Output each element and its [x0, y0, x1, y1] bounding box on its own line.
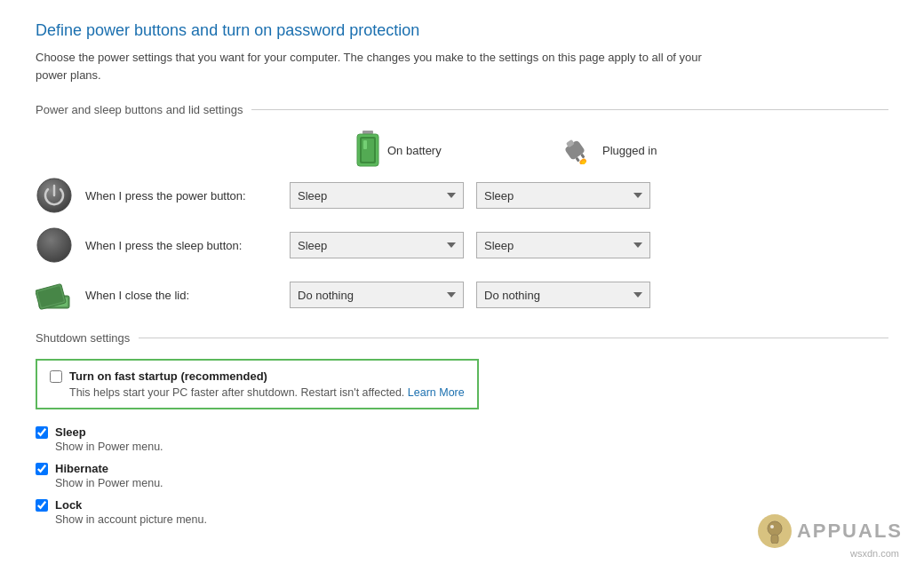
lid-dropdowns: Do nothing Sleep Hibernate Shut down Tur… [290, 282, 650, 308]
power-button-plugged-select[interactable]: Do nothing Sleep Hibernate Shut down Tur… [476, 182, 650, 209]
lid-icon [36, 276, 73, 314]
fast-startup-description: This helps start your PC faster after sh… [69, 386, 465, 399]
fast-startup-checkbox[interactable] [50, 370, 62, 383]
sleep-checkbox[interactable] [36, 426, 48, 439]
lid-battery-select[interactable]: Do nothing Sleep Hibernate Shut down Tur… [290, 282, 464, 308]
fast-startup-row: Turn on fast startup (recommended) [50, 369, 465, 383]
svg-point-13 [37, 228, 71, 262]
appuals-watermark: APPUALS [758, 514, 903, 548]
sleep-button-battery-select[interactable]: Do nothing Sleep Hibernate Shut down Tur… [290, 232, 464, 258]
sleep-checkbox-label[interactable]: Sleep [55, 425, 86, 439]
buttons-lid-section-header: Power and sleep buttons and lid settings [36, 103, 888, 116]
lid-row: When I close the lid: Do nothing Sleep H… [36, 276, 888, 314]
sleep-button-label: When I press the sleep button: [85, 239, 290, 252]
appuals-logo-icon [758, 514, 792, 548]
lock-checkbox-label[interactable]: Lock [55, 498, 82, 512]
sleep-button-dropdowns: Do nothing Sleep Hibernate Shut down Tur… [290, 232, 650, 258]
page-subtitle: Choose the power settings that you want … [36, 49, 702, 83]
battery-icon [355, 131, 380, 170]
learn-more-link[interactable]: Learn More [408, 386, 465, 399]
shutdown-section-header: Shutdown settings [36, 331, 888, 345]
appuals-text: APPUALS [797, 520, 903, 543]
hibernate-checkbox-row: Hibernate Show in Power menu. [36, 462, 888, 489]
fast-startup-box: Turn on fast startup (recommended) This … [36, 359, 479, 409]
sleep-button-icon [36, 226, 73, 264]
power-button-battery-select[interactable]: Do nothing Sleep Hibernate Shut down Tur… [290, 182, 464, 209]
power-button-dropdowns: Do nothing Sleep Hibernate Shut down Tur… [290, 182, 650, 209]
hibernate-checkbox-label[interactable]: Hibernate [55, 462, 108, 475]
page-title: Define power buttons and turn on passwor… [36, 21, 888, 40]
plugged-icon [554, 136, 595, 164]
wsxdn-watermark: wsxdn.com [850, 548, 899, 559]
lid-plugged-select[interactable]: Do nothing Sleep Hibernate Shut down Tur… [476, 282, 650, 308]
lid-label: When I close the lid: [85, 289, 290, 302]
shutdown-divider-line [139, 338, 888, 338]
hibernate-checkbox-desc: Show in Power menu. [55, 477, 888, 489]
hibernate-checkbox[interactable] [36, 463, 48, 475]
power-button-icon [36, 177, 73, 214]
shutdown-checkboxes: Sleep Show in Power menu. Hibernate Show… [36, 425, 888, 526]
plugged-label: Plugged in [602, 144, 657, 157]
power-button-row: When I press the power button: Do nothin… [36, 177, 888, 214]
svg-rect-0 [362, 131, 373, 134]
column-headers: On battery Plugged in [151, 131, 888, 170]
power-button-label: When I press the power button: [85, 189, 290, 203]
shutdown-section: Shutdown settings Turn on fast startup (… [36, 331, 888, 526]
sleep-button-plugged-select[interactable]: Do nothing Sleep Hibernate Shut down Tur… [476, 232, 650, 258]
svg-point-18 [768, 521, 782, 536]
shutdown-label: Shutdown settings [36, 331, 130, 345]
sleep-checkbox-row: Sleep Show in Power menu. [36, 425, 888, 453]
section-divider-line [251, 109, 888, 110]
svg-rect-4 [363, 140, 367, 149]
svg-rect-20 [771, 535, 778, 544]
battery-label: On battery [387, 144, 442, 157]
plugged-column-header: Plugged in [554, 136, 741, 164]
svg-point-19 [770, 525, 774, 528]
buttons-lid-label: Power and sleep buttons and lid settings [36, 103, 243, 116]
fast-startup-label[interactable]: Turn on fast startup (recommended) [69, 369, 267, 383]
battery-column-header: On battery [355, 131, 542, 170]
sleep-checkbox-desc: Show in Power menu. [55, 441, 888, 453]
sleep-button-row: When I press the sleep button: Do nothin… [36, 226, 888, 264]
lock-checkbox[interactable] [36, 499, 48, 512]
